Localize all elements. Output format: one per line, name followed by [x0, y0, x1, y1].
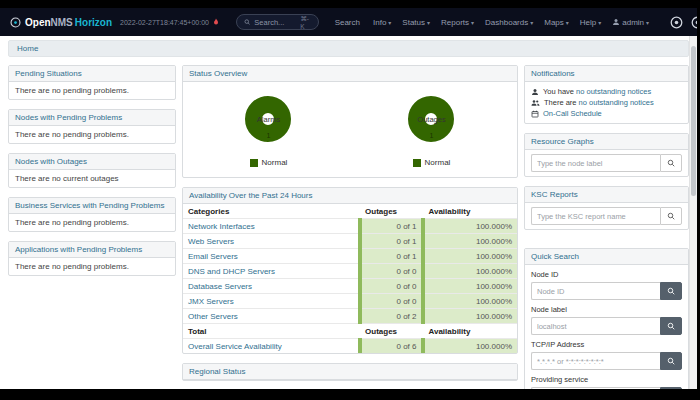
resource-graphs-search-button[interactable]: [660, 154, 682, 172]
availability-cell: 100.000%: [423, 309, 517, 324]
total-label: Total: [183, 324, 360, 339]
top-navbar: OpenNMSHorizon 2022-02-27T18:47:45+00:00…: [0, 8, 697, 36]
service-search-button[interactable]: [660, 387, 682, 389]
browser-viewport: OpenNMSHorizon 2022-02-27T18:47:45+00:00…: [0, 8, 697, 389]
panel-title: Quick Search: [525, 249, 688, 265]
ksc-report-input[interactable]: [531, 207, 660, 225]
outages-cell: 0 of 0: [360, 279, 423, 294]
category-link[interactable]: Web Servers: [188, 237, 234, 246]
panel-title: Notifications: [525, 66, 688, 82]
brand-open: Open: [25, 17, 51, 28]
notice-prefix: You have: [543, 87, 576, 96]
status-panel: Nodes with Outages There are no current …: [8, 153, 176, 188]
category-link[interactable]: Email Servers: [188, 252, 238, 261]
quick-search-panel: Quick Search Node ID Node label: [524, 248, 689, 389]
alert-flame-icon: [212, 18, 220, 26]
nav-user-menu[interactable]: admin ▾: [612, 18, 649, 27]
global-search[interactable]: ⌘-K: [236, 14, 319, 30]
nav-menu-item[interactable]: Info▾: [373, 18, 391, 27]
timestamp-text: 2022-02-27T18:47:45+00:00: [120, 19, 209, 26]
panel-body-text: There are no pending problems.: [9, 126, 175, 143]
availability-row: Database Servers 0 of 0 100.000%: [183, 279, 517, 294]
tcpip-search-button[interactable]: [660, 352, 682, 370]
availability-total-header-row: Total Outages Availability: [183, 324, 517, 339]
search-icon: [667, 159, 675, 167]
global-search-input[interactable]: [254, 18, 296, 27]
node-id-label: Node ID: [531, 270, 682, 279]
resource-graphs-node-input[interactable]: [531, 154, 660, 172]
left-column: Pending Situations There are no pending …: [8, 65, 176, 285]
providing-service-select[interactable]: FTP: [531, 387, 660, 389]
vertical-scrollbar[interactable]: [689, 36, 697, 389]
chevron-down-icon: ▾: [646, 19, 649, 26]
overall-availability-link[interactable]: Overall Service Availability: [188, 342, 282, 351]
nav-menu-item[interactable]: Maps▾: [544, 18, 569, 27]
scrollbar-thumb[interactable]: [691, 46, 696, 196]
tcpip-input[interactable]: [531, 352, 660, 370]
ksc-search-button[interactable]: [660, 207, 682, 225]
outages-cell: 0 of 2: [360, 309, 423, 324]
nav-menu-item[interactable]: Search: [335, 18, 362, 27]
opennms-brand[interactable]: OpenNMSHorizon: [10, 17, 112, 28]
total-availability-cell: 100.000%: [423, 339, 517, 354]
category-link[interactable]: Network Interfaces: [188, 222, 255, 231]
legend-label: Normal: [262, 158, 288, 167]
nav-menu-item[interactable]: Status▾: [402, 18, 430, 27]
availability-panel: Availability Over the Past 24 Hours Cate…: [182, 187, 518, 354]
outstanding-notices-link[interactable]: no outstanding notices: [579, 98, 654, 107]
category-link[interactable]: Other Servers: [188, 312, 238, 321]
notice-status-icon[interactable]: [670, 16, 683, 29]
notification-item-user: You have no outstanding notices: [531, 86, 682, 97]
panel-title: Applications with Pending Problems: [9, 242, 175, 258]
nav-menu-label: Maps: [544, 18, 564, 27]
col-header-availability: Availability: [423, 204, 517, 219]
node-id-input[interactable]: [531, 282, 660, 300]
status-overview-panel: Status Overview Alarms 1 Normal: [182, 65, 518, 178]
notification-item-users: There are no outstanding notices: [531, 97, 682, 108]
panel-title: Pending Situations: [9, 66, 175, 82]
outages-cell: 0 of 1: [360, 219, 423, 234]
legend-swatch-normal: [250, 159, 258, 167]
nav-menu-item[interactable]: Reports▾: [441, 18, 474, 27]
server-timestamp: 2022-02-27T18:47:45+00:00: [120, 18, 220, 26]
status-panel: Applications with Pending Problems There…: [8, 241, 176, 276]
nav-menu-label: Dashboards: [485, 18, 528, 27]
category-link[interactable]: Database Servers: [188, 282, 252, 291]
user-icon: [531, 88, 539, 96]
on-call-schedule-link[interactable]: On-Call Schedule: [543, 108, 602, 119]
availability-cell: 100.000%: [423, 264, 517, 279]
status-panel: Business Services with Pending Problems …: [8, 197, 176, 232]
breadcrumb-home-link[interactable]: Home: [17, 44, 38, 53]
node-label-input[interactable]: [531, 317, 660, 335]
category-link[interactable]: JMX Servers: [188, 297, 234, 306]
donut-chart[interactable]: Alarms 1 Normal: [194, 96, 344, 167]
donut-chart[interactable]: Outages 1 Normal: [357, 96, 507, 167]
notification-item-oncall: On-Call Schedule: [531, 108, 682, 119]
panel-title: Nodes with Pending Problems: [9, 110, 175, 126]
opennms-logo-icon: [10, 17, 21, 28]
panel-body-text: There are no pending problems.: [9, 258, 175, 275]
donut-slice-value: 1: [267, 132, 271, 139]
donut-ring: Outages 1: [408, 96, 454, 142]
search-icon: [667, 287, 675, 295]
donut-legend: Normal: [250, 158, 288, 167]
search-icon: [667, 212, 675, 220]
category-link[interactable]: DNS and DHCP Servers: [188, 267, 275, 276]
panel-title: KSC Reports: [525, 187, 688, 203]
search-icon: [667, 357, 675, 365]
node-id-search-button[interactable]: [660, 282, 682, 300]
user-icon: [612, 18, 620, 26]
outage-status-icon[interactable]: [691, 16, 697, 29]
nav-menu-item[interactable]: Dashboards▾: [485, 18, 533, 27]
panel-title: Business Services with Pending Problems: [9, 198, 175, 214]
availability-cell: 100.000%: [423, 279, 517, 294]
donut-center-label: Alarms: [262, 113, 274, 125]
nav-menu-label: Reports: [441, 18, 469, 27]
outages-cell: 0 of 1: [360, 249, 423, 264]
outages-cell: 0 of 0: [360, 294, 423, 309]
ksc-reports-panel: KSC Reports: [524, 186, 689, 230]
nav-menu-item[interactable]: Help▾: [580, 18, 601, 27]
search-icon: [244, 18, 250, 26]
outstanding-notices-link[interactable]: no outstanding notices: [576, 87, 651, 96]
node-label-search-button[interactable]: [660, 317, 682, 335]
